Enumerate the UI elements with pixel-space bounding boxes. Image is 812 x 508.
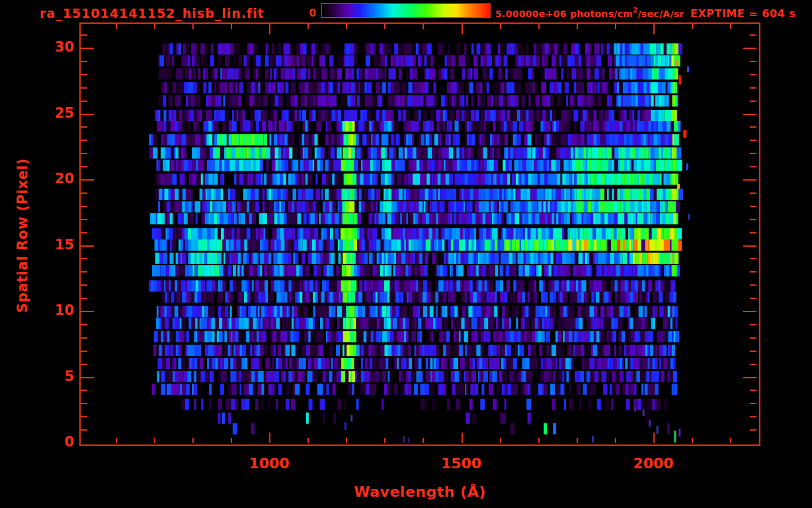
page-title: ra_151014141152_hisb_lin.fit bbox=[40, 6, 264, 21]
colorbar-max-label: 5.00000e+06 photons/cm2/sec/A/sr bbox=[495, 7, 684, 19]
axis-tick bbox=[81, 232, 87, 233]
axis-tick bbox=[750, 192, 756, 194]
x-tick-label: 1500 bbox=[428, 455, 495, 472]
y-tick-label: 5 bbox=[38, 368, 74, 384]
axis-tick bbox=[750, 87, 756, 89]
axis-tick bbox=[81, 271, 87, 273]
axis-tick bbox=[500, 24, 501, 29]
axis-tick bbox=[577, 438, 578, 443]
axis-tick bbox=[750, 429, 756, 431]
axis-tick bbox=[750, 351, 756, 352]
axis-tick bbox=[307, 24, 309, 29]
axis-tick bbox=[231, 24, 232, 29]
axis-tick bbox=[81, 337, 87, 339]
x-tick-label: 2000 bbox=[620, 455, 686, 472]
axis-tick bbox=[750, 101, 756, 102]
axis-tick bbox=[750, 166, 756, 167]
axis-tick bbox=[81, 258, 87, 259]
axis-tick bbox=[500, 438, 501, 443]
axis-tick bbox=[81, 192, 87, 194]
axis-tick bbox=[81, 101, 87, 102]
axis-tick bbox=[231, 438, 232, 443]
colorbar bbox=[321, 3, 491, 18]
axis-tick bbox=[750, 126, 756, 128]
axis-tick bbox=[743, 311, 756, 312]
axis-tick bbox=[750, 364, 756, 365]
axis-tick bbox=[81, 126, 87, 128]
axis-tick bbox=[346, 438, 347, 443]
axis-tick bbox=[81, 219, 87, 220]
axis-tick bbox=[750, 337, 756, 339]
y-tick-label: 30 bbox=[38, 39, 74, 55]
y-axis-title: Spatial Row (Pixel) bbox=[15, 136, 30, 335]
axis-tick bbox=[538, 438, 540, 443]
axis-tick bbox=[615, 24, 616, 29]
axis-tick bbox=[269, 24, 270, 34]
axis-tick bbox=[692, 438, 693, 443]
axis-tick bbox=[307, 438, 309, 443]
colorbar-max-label-suffix: /sec/A/sr bbox=[637, 9, 684, 19]
y-tick-label: 25 bbox=[38, 105, 74, 121]
spectral-image-canvas bbox=[149, 38, 690, 446]
axis-tick bbox=[743, 179, 756, 181]
exptime-label: EXPTIME = 604 s bbox=[690, 7, 795, 20]
y-tick-label: 20 bbox=[38, 171, 74, 187]
axis-tick bbox=[81, 390, 87, 391]
axis-tick bbox=[81, 245, 94, 247]
axis-tick bbox=[743, 377, 756, 378]
axis-tick bbox=[423, 24, 424, 29]
axis-tick bbox=[384, 438, 386, 443]
axis-tick bbox=[81, 311, 94, 312]
axis-tick bbox=[750, 403, 756, 404]
axis-tick bbox=[653, 433, 655, 443]
y-tick-label: 15 bbox=[38, 237, 74, 253]
axis-tick bbox=[750, 416, 756, 417]
axis-tick bbox=[81, 324, 87, 325]
axis-tick bbox=[116, 438, 117, 443]
axis-tick bbox=[154, 24, 155, 29]
axis-tick bbox=[81, 61, 87, 62]
axis-tick bbox=[269, 433, 270, 443]
axis-tick bbox=[81, 179, 94, 181]
axis-tick bbox=[81, 153, 87, 154]
axis-tick bbox=[743, 114, 756, 115]
axis-tick bbox=[423, 438, 424, 443]
axis-tick bbox=[750, 140, 756, 141]
axis-tick bbox=[730, 438, 731, 443]
axis-tick bbox=[750, 298, 756, 299]
axis-tick bbox=[692, 24, 693, 29]
axis-tick bbox=[750, 153, 756, 154]
axis-tick bbox=[154, 438, 155, 443]
colorbar-gradient bbox=[322, 4, 490, 17]
axis-tick bbox=[750, 219, 756, 220]
axis-tick bbox=[81, 114, 94, 115]
axis-tick bbox=[577, 24, 578, 29]
axis-tick bbox=[743, 48, 756, 49]
axis-tick bbox=[462, 433, 463, 443]
axis-tick bbox=[81, 284, 87, 286]
axis-tick bbox=[81, 206, 87, 207]
axis-tick bbox=[750, 324, 756, 325]
axis-tick bbox=[750, 61, 756, 62]
colorbar-unit-superscript: 2 bbox=[633, 7, 637, 14]
axis-tick bbox=[538, 24, 540, 29]
axis-tick bbox=[750, 34, 756, 36]
axis-tick bbox=[192, 24, 194, 29]
y-tick-label: 0 bbox=[38, 434, 74, 450]
axis-tick bbox=[384, 24, 386, 29]
axis-tick bbox=[81, 48, 94, 49]
colorbar-min-label: 0 bbox=[299, 7, 316, 19]
axis-tick bbox=[81, 140, 87, 141]
y-tick-label: 10 bbox=[38, 302, 74, 318]
axis-tick bbox=[750, 271, 756, 273]
axis-tick bbox=[81, 298, 87, 299]
axis-tick bbox=[750, 258, 756, 259]
axis-tick bbox=[81, 403, 87, 404]
axis-tick bbox=[81, 364, 87, 365]
axis-tick bbox=[653, 24, 655, 34]
axis-tick bbox=[750, 284, 756, 286]
axis-tick bbox=[346, 24, 347, 29]
axis-tick bbox=[192, 438, 194, 443]
axis-tick bbox=[743, 245, 756, 247]
axis-tick bbox=[730, 24, 731, 29]
